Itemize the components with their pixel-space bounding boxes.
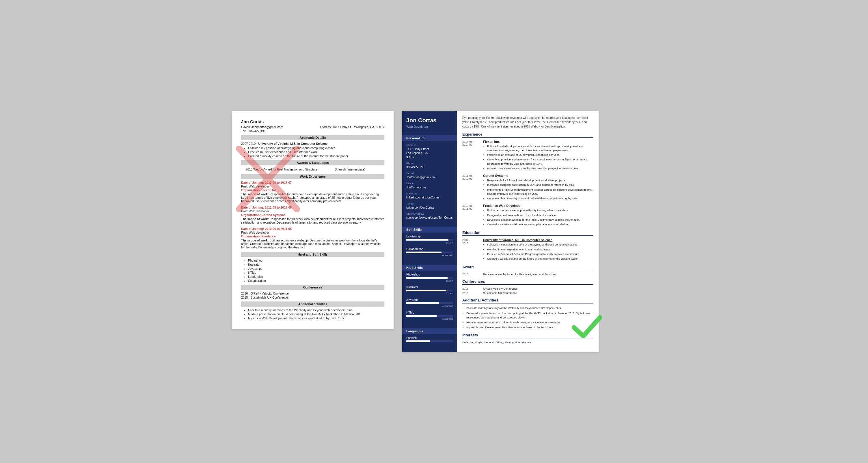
award-year: 2015	[462, 273, 479, 276]
activity-0: Facilitate monthly meetings of the Webfi…	[248, 308, 384, 312]
twitter-value: twitter.com/JonCortas	[406, 206, 453, 210]
twitter-label: Twitter	[406, 202, 453, 205]
address-value: 1417 Libby Street Los Angeles, CA 90017	[406, 147, 453, 159]
hard-skill-3: HTML Advanced	[406, 311, 453, 320]
exp-company-1: Corend Systems	[483, 174, 593, 177]
phone-value: 310-242-0196	[406, 165, 453, 169]
activity-1: Made a presentation on cloud computing a…	[248, 312, 384, 316]
hard-skill-name-1: Illustrator	[406, 286, 453, 289]
sidebar-name: Jon Cortas	[406, 117, 453, 124]
stackoverflow-label: StackOverflow	[406, 212, 453, 215]
conf-entry-1: 2015 Sustainable UX Conference	[462, 291, 593, 295]
hard-skill-0: Photoshop Expert	[406, 273, 453, 282]
activity-right-1: Delivered a presentation on cloud comput…	[466, 311, 593, 320]
academic-title: Academic Details	[241, 135, 384, 140]
left-email: E-Mail: Johncortas@gmail.com	[241, 125, 283, 129]
interests-section: Interests Collecting Vinyls, Mountain bi…	[462, 333, 593, 344]
work-scope-0: The scope of work: Responsible for end-t…	[241, 192, 384, 203]
edu-entry-0: 2007 - 2010 University of Virginia, M.S.…	[462, 238, 593, 261]
work-entry-1: Date of Joining: 2011-05 to 2013-06 Post…	[241, 206, 384, 224]
soft-skill-name-0: Leadership	[406, 235, 453, 238]
hard-skill-name-3: HTML	[406, 311, 453, 314]
hard-skill-level-3: Advanced	[406, 317, 453, 320]
conf-entry-0: 2016 O'Reilly Velocity Conference	[462, 287, 593, 290]
work-entry-2: Date of Joining: 2010-06 to 2011-05 Post…	[241, 227, 384, 249]
experience-title: Experience	[462, 132, 593, 138]
work-date-1: Date of Joining: 2011-05 to 2013-06	[241, 206, 384, 209]
award-text: Received a Webby Award for Best Navigati…	[483, 273, 556, 276]
interests-title: Interests	[462, 333, 593, 338]
left-contact: E-Mail: Johncortas@gmail.com Address: 14…	[241, 125, 384, 129]
conferences-section: Conferences 2016 O'Reilly Velocity Confe…	[462, 279, 593, 295]
work-org-1: Organization: Corend Systems	[241, 213, 384, 217]
hard-skill-level-1: Expert	[406, 292, 453, 295]
skill-4: Leadership	[248, 275, 384, 278]
award-right: Spanish (intermediate)	[335, 168, 365, 171]
right-content: Eye-poppingly prolific, full stack web d…	[457, 111, 598, 352]
academic-entry: 2007-2010 - University of Virginia, M.S.…	[241, 142, 384, 158]
conf-name-1: Sustainable UX Conference	[483, 291, 517, 295]
lang-0: Spanish	[406, 336, 453, 342]
skills-list: Photoshop Illustrator Javascript HTML Le…	[248, 259, 384, 283]
email-label: E-mail	[406, 172, 453, 175]
awards-row: 2015 Webby Award for Best Navigation and…	[241, 167, 384, 172]
award-entry: 2015 Received a Webby Award for Best Nav…	[462, 273, 593, 276]
conferences-title-left: Conferences	[241, 285, 384, 290]
skill-1: Illustrator	[248, 263, 384, 266]
activity-right-0: Facilitate monthly meetings of the Webfi…	[466, 306, 593, 310]
skill-0: Photoshop	[248, 259, 384, 262]
work-scope-2: The scope of work: Built an ecommerce we…	[241, 238, 384, 249]
academic-bullet-2: Excelled in user experience and user int…	[248, 150, 384, 154]
conferences-title: Conferences	[462, 279, 593, 285]
lang-name-0: Spanish	[406, 336, 453, 339]
activities-list: Facilitate monthly meetings of the Webfi…	[462, 306, 593, 329]
experience-section: Experience 2013-06 - 2017-07 Flexor, Inc…	[462, 132, 593, 227]
left-address: Address: 1417 Libby St Los Angeles, CA, …	[320, 125, 384, 129]
activity-2: My article Web Development Best Practice…	[248, 317, 384, 320]
hard-skill-1: Illustrator Expert	[406, 286, 453, 295]
exp-entry-0: 2013-06 - 2017-07 Flexor, Inc. Full stac…	[462, 140, 593, 171]
resume-right: Jon Cortas Web Developer Personal Info A…	[402, 111, 598, 352]
exp-dates-0: 2013-06 - 2017-07	[462, 140, 479, 171]
hard-skill-name-2: Javascript	[406, 298, 453, 301]
work-date-0: Date of Joining: 2013-06 to 2017-07	[241, 181, 384, 184]
academic-bullet-1: Followed my passion of prototyping and c…	[248, 146, 384, 150]
soft-skills-title: Soft Skills	[402, 227, 457, 232]
additional-activities-title: Additional Activities	[462, 298, 593, 303]
activity-right-3: My article Web Development Best Practice…	[466, 325, 593, 329]
exp-bullets-1: Responsible for full stack web developme…	[483, 178, 593, 200]
hard-skill-2: Javascript Advanced	[406, 298, 453, 307]
soft-skill-level-1: Advanced	[406, 254, 453, 257]
work-exp-title: Work Experience	[241, 174, 384, 179]
additional-list: Facilitate monthly meetings of the Webfi…	[248, 308, 384, 320]
work-post-1: Post: Web developer	[241, 209, 384, 213]
work-scope-1: The scope of work: Responsible for full …	[241, 217, 384, 224]
exp-bullets-0: Full stack web developer responsible for…	[483, 144, 593, 171]
exp-dates-2: 2010-06 - 2011-05	[462, 204, 479, 227]
conf-0: 2016 - O'Reilly Velocity Conference	[241, 292, 384, 295]
edu-details-0: University of Virginia, M.S. in Computer…	[483, 238, 593, 261]
exp-entry-1: 2011-05 - 2013-06 Corend Systems Respons…	[462, 174, 593, 201]
exp-dates-1: 2011-05 - 2013-06	[462, 174, 479, 201]
sidebar-job-title: Web Developer	[406, 125, 453, 128]
academic-bullet-3: Created a weekly column on the future of…	[248, 154, 384, 158]
hard-skill-level-0: Expert	[406, 279, 453, 282]
sidebar: Jon Cortas Web Developer Personal Info A…	[402, 111, 457, 352]
conf-year-1: 2015	[462, 291, 479, 295]
work-post-0: Post: Web developer	[241, 185, 384, 188]
edu-school-0: University of Virginia, M.S. in Computer…	[483, 238, 593, 242]
academic-degree: University of Virginia, M.S. in Computer…	[258, 142, 328, 145]
edu-bullets-0: Followed my passion in a core of prototy…	[483, 242, 593, 261]
hard-soft-title: Hard and Soft Skills	[241, 252, 384, 257]
interests-text: Collecting Vinyls, Mountain biking, Play…	[462, 341, 593, 344]
soft-skills-section: Soft Skills Leadership Expert Collaborat…	[402, 224, 457, 262]
languages-section: Languages Spanish	[402, 325, 457, 347]
hard-skill-name-0: Photoshop	[406, 273, 453, 276]
additional-activities-section: Additional Activities Facilitate monthly…	[462, 298, 593, 329]
skill-3: HTML	[248, 271, 384, 274]
personal-info-title: Personal Info	[402, 135, 457, 141]
sidebar-name-block: Jon Cortas Web Developer	[402, 111, 457, 132]
exp-details-2: Freelance Web Developer Built an ecommer…	[483, 204, 593, 227]
exp-company-0: Flexor, Inc.	[483, 140, 593, 143]
left-phone: Tel: 310-242-0196	[241, 129, 384, 133]
